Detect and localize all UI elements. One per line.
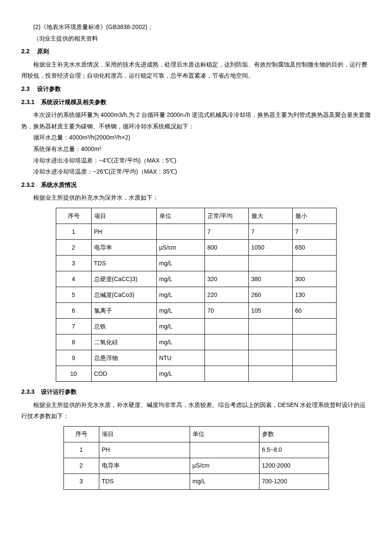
cell-min: 650 bbox=[292, 239, 336, 255]
water-quality-table: 序号 项目 单位 正常/平均 最大 最小 1PH7772电导率µS/cm8001… bbox=[56, 208, 337, 382]
cell-min bbox=[292, 366, 336, 381]
heading-2-3-1: 2.3.1 系统设计规模及相关参数 bbox=[21, 96, 371, 108]
cell-item: TDS bbox=[99, 474, 190, 489]
cell-max bbox=[248, 255, 292, 271]
table-row: 3TDSmg/L bbox=[56, 255, 336, 271]
para-2-3-3: 根据业主所提供的补充水水质，补水硬度、碱度均非常高，水质较差。综合考虑以上的因素… bbox=[21, 399, 371, 422]
cell-seq: 10 bbox=[56, 366, 91, 381]
cell-item: 总铁 bbox=[91, 318, 156, 334]
table-row: 2电导率µS/cm1200-2000 bbox=[63, 458, 329, 474]
cell-seq: 2 bbox=[63, 458, 99, 474]
cell-unit bbox=[190, 442, 259, 458]
cell-unit: mg/L bbox=[156, 271, 205, 287]
cell-max: 105 bbox=[248, 302, 292, 318]
cell-item: PH bbox=[91, 224, 156, 239]
cell-seq: 2 bbox=[56, 239, 91, 255]
table-row: 5总碱度(CaCo3)mg/L220260130 bbox=[56, 287, 336, 302]
cell-min bbox=[292, 318, 336, 334]
table-row: 1PH777 bbox=[56, 224, 336, 239]
cell-seq: 3 bbox=[63, 474, 99, 489]
cell-avg: 70 bbox=[205, 302, 248, 318]
table-row: 7总铁mg/L bbox=[56, 318, 336, 334]
cell-seq: 6 bbox=[56, 302, 91, 318]
cell-unit: mg/L bbox=[156, 302, 205, 318]
th-seq: 序号 bbox=[56, 208, 91, 224]
table-row: 3TDSmg/L700-1200 bbox=[63, 474, 329, 489]
cell-unit: mg/L bbox=[156, 287, 205, 302]
cell-avg bbox=[205, 318, 248, 334]
cell-max: 7 bbox=[248, 224, 292, 239]
cell-max bbox=[248, 334, 292, 350]
cell-seq: 7 bbox=[56, 318, 91, 334]
th-item: 项目 bbox=[99, 426, 190, 442]
th-max: 最大 bbox=[248, 208, 292, 224]
th-avg: 正常/平均 bbox=[205, 208, 248, 224]
cell-unit: NTU bbox=[156, 350, 205, 366]
cell-item: 氯离子 bbox=[91, 302, 156, 318]
cell-param: 6.5~8.0 bbox=[259, 442, 329, 458]
cell-item: TDS bbox=[91, 255, 156, 271]
cell-min: 130 bbox=[292, 287, 336, 302]
cell-seq: 5 bbox=[56, 287, 91, 302]
th-seq: 序号 bbox=[63, 426, 99, 442]
cell-avg bbox=[205, 366, 248, 381]
cell-unit: mg/L bbox=[156, 255, 205, 271]
cell-unit bbox=[156, 224, 205, 239]
cell-max bbox=[248, 366, 292, 381]
cell-avg bbox=[205, 334, 248, 350]
cell-seq: 1 bbox=[63, 442, 99, 458]
table-row: 10CODmg/L bbox=[56, 366, 336, 381]
heading-2-3-3: 2.3.3 设计运行参数 bbox=[21, 386, 371, 398]
cell-max bbox=[248, 350, 292, 366]
cell-min bbox=[292, 334, 336, 350]
heading-num: 2.3.2 bbox=[21, 179, 39, 191]
th-param: 参数 bbox=[259, 426, 329, 442]
para-2-3-1-d: 冷却水进出冷却塔温差：~4℃(正常/平均)（MAX：5℃) bbox=[21, 155, 371, 166]
cell-min: 60 bbox=[292, 302, 336, 318]
cell-max bbox=[248, 318, 292, 334]
table-row: 6氯离子mg/L7010560 bbox=[56, 302, 336, 318]
cell-max: 260 bbox=[248, 287, 292, 302]
th-unit: 单位 bbox=[190, 426, 259, 442]
para-2-3-1-e: 冷却水进冷却塔温度：~26℃(正常/平均)（MAX：35℃) bbox=[21, 166, 371, 177]
cell-item: 总碱度(CaCo3) bbox=[91, 287, 156, 302]
heading-title: 系统水质情况 bbox=[41, 181, 77, 188]
para-2-2: 根据业主补充水水质情况，采用的技术先进成熟，处理后水质达标稳定，达到防垢、有效控… bbox=[21, 59, 371, 81]
heading-title: 设计参数 bbox=[37, 85, 61, 92]
heading-2-2: 2.2 原则 bbox=[21, 46, 371, 57]
heading-2-3: 2.3 设计参数 bbox=[21, 83, 371, 95]
cell-unit: mg/L bbox=[156, 366, 205, 381]
cell-min bbox=[292, 255, 336, 271]
para-2-3-1-b: 循环水总量：4000m³/h(2000m³/h×2) bbox=[21, 132, 371, 143]
para-2-3-1-c: 系统保有水总量：4000m³ bbox=[21, 143, 371, 155]
table-header-row: 序号 项目 单位 参数 bbox=[63, 426, 329, 442]
design-param-table: 序号 项目 单位 参数 1PH6.5~8.02电导率µS/cm1200-2000… bbox=[63, 426, 329, 490]
cell-min bbox=[292, 350, 336, 366]
cell-seq: 1 bbox=[56, 224, 91, 239]
cell-param: 1200-2000 bbox=[259, 458, 329, 474]
cell-item: 电导率 bbox=[99, 458, 190, 474]
cell-avg: 320 bbox=[205, 271, 248, 287]
cell-avg bbox=[205, 255, 248, 271]
para-2-3-2: 根据业主所提供的补充水为深井水，水质如下： bbox=[21, 192, 371, 203]
table-row: 9总悬浮物NTU bbox=[56, 350, 336, 366]
heading-num: 2.3.3 bbox=[21, 386, 39, 398]
cell-item: COD bbox=[91, 366, 156, 381]
cell-param: 700-1200 bbox=[259, 474, 329, 489]
heading-title: 原则 bbox=[37, 48, 49, 55]
cell-item: 总悬浮物 bbox=[91, 350, 156, 366]
th-item: 项目 bbox=[91, 208, 156, 224]
intro-line-1: (2)《地表水环境质量标准》(GB3838-2002)； bbox=[21, 21, 371, 33]
heading-num: 2.3 bbox=[21, 83, 36, 95]
cell-unit: mg/L bbox=[156, 334, 205, 350]
table-row: 4总硬度(CaCC)3)mg/L320380300 bbox=[56, 271, 336, 287]
cell-item: 二氧化硅 bbox=[91, 334, 156, 350]
cell-item: 总硬度(CaCC)3) bbox=[91, 271, 156, 287]
cell-seq: 8 bbox=[56, 334, 91, 350]
cell-avg bbox=[205, 350, 248, 366]
para-2-3-1-a: 本次设计的系统循环量为 4000m3/h,为 2 台循环量 2000n√h 逆流… bbox=[21, 109, 371, 132]
cell-unit: mg/L bbox=[156, 318, 205, 334]
intro-line-2: （3)业主提供的相关资料 bbox=[21, 33, 371, 44]
cell-unit: µS/cm bbox=[156, 239, 205, 255]
cell-avg: 7 bbox=[205, 224, 248, 239]
